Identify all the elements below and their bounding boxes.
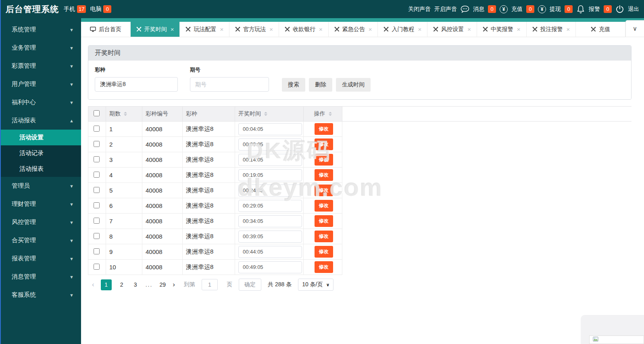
power-icon[interactable] <box>615 5 624 14</box>
page-number-1[interactable]: 1 <box>101 279 112 290</box>
draw-time-input[interactable] <box>238 261 302 273</box>
draw-time-input[interactable] <box>238 200 302 212</box>
sidebar-item-business[interactable]: 业务管理▼ <box>0 39 81 57</box>
recharge-label[interactable]: 充值 <box>511 6 523 13</box>
row-checkbox[interactable] <box>94 172 100 178</box>
message-bubble-icon[interactable] <box>461 5 469 14</box>
row-checkbox[interactable] <box>94 187 100 193</box>
lottery-input[interactable] <box>95 77 178 92</box>
per-page-select[interactable]: 10 条/页 <box>298 279 333 291</box>
sidebar-item-lottery[interactable]: 彩票管理▼ <box>0 57 81 75</box>
tab-notice[interactable]: 紧急公告 <box>329 22 378 37</box>
edit-button[interactable]: 修改 <box>315 215 333 227</box>
page-number-2[interactable]: 2 <box>118 281 125 288</box>
close-icon[interactable] <box>369 26 372 33</box>
search-button[interactable]: 搜索 <box>282 78 305 92</box>
submenu-item-activity-settings[interactable]: 活动设置 <box>0 130 81 145</box>
tab-win-alert[interactable]: 中奖报警 <box>477 22 527 37</box>
tab-recharge[interactable]: 充值 <box>576 22 625 37</box>
close-sound-button[interactable]: 关闭声音 <box>408 6 431 13</box>
sidebar-item-admin[interactable]: 管理员▼ <box>0 177 81 195</box>
tab-tutorial[interactable]: 入门教程 <box>378 22 427 37</box>
sidebar-item-activity-report[interactable]: 活动报表▲ <box>0 111 81 130</box>
row-checkbox[interactable] <box>94 218 100 224</box>
close-icon[interactable] <box>418 26 421 33</box>
close-icon[interactable] <box>467 26 471 33</box>
sidebar-item-users[interactable]: 用户管理▼ <box>0 75 81 93</box>
edit-button[interactable]: 修改 <box>315 185 333 196</box>
withdraw-yen-icon[interactable]: ¥ <box>538 5 546 13</box>
edit-button[interactable]: 修改 <box>315 123 333 135</box>
close-icon[interactable] <box>319 26 323 33</box>
tab-bank[interactable]: 收款银行 <box>279 22 329 37</box>
edit-button[interactable]: 修改 <box>315 200 333 212</box>
delete-button[interactable]: 删除 <box>309 78 332 92</box>
close-icon[interactable] <box>269 26 273 33</box>
tab-bet-alert[interactable]: 投注报警 <box>527 22 576 37</box>
sidebar-item-groupbuy[interactable]: 合买管理▼ <box>0 231 81 250</box>
row-checkbox[interactable] <box>94 126 100 132</box>
sort-icon[interactable] <box>329 110 332 117</box>
sidebar-item-welfare[interactable]: 福利中心▼ <box>0 93 81 111</box>
close-icon[interactable] <box>171 26 174 33</box>
sidebar-item-system[interactable]: 系统管理▼ <box>0 21 81 39</box>
draw-time-input[interactable] <box>238 154 302 166</box>
tab-overflow-button[interactable] <box>625 20 644 37</box>
alarm-label[interactable]: 报警 <box>589 6 600 13</box>
submenu-item-activity-records[interactable]: 活动记录 <box>0 145 81 161</box>
corner-popup[interactable] <box>589 336 644 344</box>
goto-page-input[interactable] <box>202 279 218 290</box>
edit-button[interactable]: 修改 <box>315 261 333 273</box>
close-icon[interactable] <box>220 26 223 33</box>
row-checkbox[interactable] <box>94 141 100 147</box>
draw-time-input[interactable] <box>238 185 302 197</box>
edit-button[interactable]: 修改 <box>315 154 333 166</box>
cell-code: 40008 <box>142 183 183 198</box>
edit-button[interactable]: 修改 <box>315 246 333 258</box>
tab-draw-time[interactable]: 开奖时间 <box>131 22 180 37</box>
prev-page-button[interactable] <box>92 281 94 289</box>
submenu-item-activity-report[interactable]: 活动报表 <box>0 161 81 177</box>
row-checkbox[interactable] <box>94 202 100 208</box>
tab-official-play[interactable]: 官方玩法 <box>229 22 279 37</box>
draw-time-input[interactable] <box>238 231 302 243</box>
goto-confirm-button[interactable]: 确定 <box>239 279 261 291</box>
sidebar-item-service[interactable]: 客服系统▼ <box>0 286 81 304</box>
close-icon[interactable] <box>567 26 570 33</box>
tab-risk-settings[interactable]: 风控设置 <box>427 22 477 37</box>
sort-icon[interactable] <box>124 110 127 117</box>
draw-time-input[interactable] <box>238 246 302 258</box>
tab-home[interactable]: 后台首页 <box>81 22 131 37</box>
draw-time-input[interactable] <box>238 215 302 227</box>
sidebar-item-finance[interactable]: 理财管理▼ <box>0 195 81 213</box>
next-page-button[interactable] <box>173 281 175 289</box>
logout-button[interactable]: 退出 <box>628 6 639 13</box>
row-checkbox[interactable] <box>94 156 100 162</box>
sidebar-item-reports[interactable]: 报表管理▼ <box>0 250 81 268</box>
page-number-29[interactable]: 29 <box>159 281 166 288</box>
edit-button[interactable]: 修改 <box>315 138 333 150</box>
message-label[interactable]: 消息 <box>473 6 484 13</box>
issue-input[interactable] <box>190 77 269 92</box>
draw-time-input[interactable] <box>238 123 302 135</box>
recharge-yen-icon[interactable]: ¥ <box>500 5 508 13</box>
page-number-3[interactable]: 3 <box>132 281 139 288</box>
close-icon[interactable] <box>517 26 521 33</box>
edit-button[interactable]: 修改 <box>315 231 333 242</box>
draw-time-input[interactable] <box>238 169 302 181</box>
row-checkbox[interactable] <box>94 233 100 239</box>
row-checkbox[interactable] <box>94 248 100 254</box>
draw-time-input[interactable] <box>238 138 302 151</box>
bell-icon[interactable] <box>576 5 585 14</box>
sort-icon[interactable] <box>264 110 267 117</box>
edit-button[interactable]: 修改 <box>315 169 333 181</box>
tab-play-config[interactable]: 玩法配置 <box>180 22 229 37</box>
generate-time-button[interactable]: 生成时间 <box>336 78 371 92</box>
sidebar-item-messages[interactable]: 消息管理▼ <box>0 268 81 286</box>
row-checkbox[interactable] <box>94 264 100 270</box>
open-sound-button[interactable]: 开启声音 <box>434 6 457 13</box>
sidebar-item-risk[interactable]: 风控管理▼ <box>0 213 81 231</box>
tools-icon <box>235 27 240 32</box>
select-all-checkbox[interactable] <box>94 110 100 116</box>
withdraw-label[interactable]: 提现 <box>550 6 561 13</box>
